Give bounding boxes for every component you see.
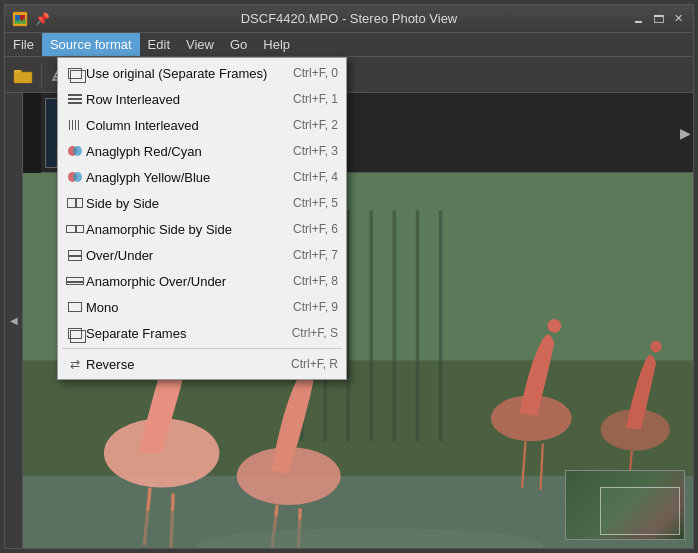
menu-use-original[interactable]: Use original (Separate Frames) Ctrl+F, 0 xyxy=(58,60,346,86)
menu-file[interactable]: File xyxy=(5,33,42,56)
anamorphic-ou-icon xyxy=(64,272,86,290)
menu-col-interleaved[interactable]: Column Interleaved Ctrl+F, 2 xyxy=(58,112,346,138)
minimap xyxy=(565,470,685,540)
svg-point-60 xyxy=(547,319,561,333)
menu-side-by-side[interactable]: Side by Side Ctrl+F, 5 xyxy=(58,190,346,216)
svg-rect-49 xyxy=(416,210,419,441)
menu-anamorphic-sbs-shortcut: Ctrl+F, 6 xyxy=(293,222,338,236)
menu-use-original-label: Use original (Separate Frames) xyxy=(86,66,277,81)
maximize-button[interactable]: 🗖 xyxy=(649,10,667,28)
anaglyph-rc-icon xyxy=(64,142,86,160)
menu-anaglyph-yb[interactable]: Anaglyph Yellow/Blue Ctrl+F, 4 xyxy=(58,164,346,190)
menu-anaglyph-yb-shortcut: Ctrl+F, 4 xyxy=(293,170,338,184)
window-controls: 🗕 🗖 ✕ xyxy=(629,10,687,28)
minimize-button[interactable]: 🗕 xyxy=(629,10,647,28)
menu-separator xyxy=(62,348,342,349)
menu-edit[interactable]: Edit xyxy=(140,33,178,56)
menu-col-interleaved-shortcut: Ctrl+F, 2 xyxy=(293,118,338,132)
menu-go[interactable]: Go xyxy=(222,33,255,56)
anamorphic-sbs-icon xyxy=(64,220,86,238)
separate-frames-icon2 xyxy=(64,324,86,342)
svg-point-64 xyxy=(650,341,662,353)
menu-row-interleaved[interactable]: Row Interleaved Ctrl+F, 1 xyxy=(58,86,346,112)
row-interleaved-icon xyxy=(64,90,86,108)
svg-rect-48 xyxy=(393,210,396,441)
menu-separate-frames-shortcut: Ctrl+F, S xyxy=(292,326,338,340)
reverse-icon: ⇄ xyxy=(64,355,86,373)
menu-ou-shortcut: Ctrl+F, 7 xyxy=(293,248,338,262)
menu-help[interactable]: Help xyxy=(255,33,298,56)
menu-reverse[interactable]: ⇄ Reverse Ctrl+F, R xyxy=(58,351,346,377)
pin-icon: 📌 xyxy=(33,10,51,28)
left-panel-toggle[interactable]: ◀ xyxy=(5,93,23,548)
menu-over-under[interactable]: Over/Under Ctrl+F, 7 xyxy=(58,242,346,268)
menubar: File Source format Edit View Go Help Use… xyxy=(5,33,693,57)
menu-source-format[interactable]: Source format xyxy=(42,33,140,56)
menu-use-original-shortcut: Ctrl+F, 0 xyxy=(293,66,338,80)
menu-row-interleaved-label: Row Interleaved xyxy=(86,92,277,107)
svg-rect-50 xyxy=(439,210,442,441)
menu-reverse-label: Reverse xyxy=(86,357,275,372)
main-window: 📌 DSCF4420.MPO - Stereo Photo View 🗕 🗖 ✕… xyxy=(4,4,694,549)
left-arrow-icon: ◀ xyxy=(10,315,18,326)
menu-anamorphic-ou[interactable]: Anamorphic Over/Under Ctrl+F, 8 xyxy=(58,268,346,294)
menu-anamorphic-sbs-label: Anamorphic Side by Side xyxy=(86,222,277,237)
ou-icon xyxy=(64,246,86,264)
menu-sbs-shortcut: Ctrl+F, 5 xyxy=(293,196,338,210)
close-button[interactable]: ✕ xyxy=(669,10,687,28)
menu-anaglyph-rc-shortcut: Ctrl+F, 3 xyxy=(293,144,338,158)
menu-anamorphic-ou-shortcut: Ctrl+F, 8 xyxy=(293,274,338,288)
menu-separate-frames-label: Separate Frames xyxy=(86,326,276,341)
menu-anaglyph-rc[interactable]: Anaglyph Red/Cyan Ctrl+F, 3 xyxy=(58,138,346,164)
sbs-icon xyxy=(64,194,86,212)
menu-col-interleaved-label: Column Interleaved xyxy=(86,118,277,133)
menu-anamorphic-ou-label: Anamorphic Over/Under xyxy=(86,274,277,289)
thumbnail-strip-right-arrow[interactable]: ▶ xyxy=(680,125,691,141)
mono-icon xyxy=(64,298,86,316)
menu-reverse-shortcut: Ctrl+F, R xyxy=(291,357,338,371)
toolbar-sep-1 xyxy=(41,63,42,87)
menu-mono-shortcut: Ctrl+F, 9 xyxy=(293,300,338,314)
menu-mono[interactable]: Mono Ctrl+F, 9 xyxy=(58,294,346,320)
menu-anaglyph-rc-label: Anaglyph Red/Cyan xyxy=(86,144,277,159)
svg-rect-4 xyxy=(14,72,32,83)
menu-sbs-label: Side by Side xyxy=(86,196,277,211)
svg-rect-47 xyxy=(370,210,373,441)
open-button[interactable] xyxy=(9,61,37,89)
titlebar-left: 📌 xyxy=(11,10,51,28)
menu-mono-label: Mono xyxy=(86,300,277,315)
anaglyph-yb-icon xyxy=(64,168,86,186)
separate-frames-icon xyxy=(64,64,86,82)
window-title: DSCF4420.MPO - Stereo Photo View xyxy=(5,11,693,26)
menu-ou-label: Over/Under xyxy=(86,248,277,263)
app-icon xyxy=(11,10,29,28)
menu-row-interleaved-shortcut: Ctrl+F, 1 xyxy=(293,92,338,106)
menu-anaglyph-yb-label: Anaglyph Yellow/Blue xyxy=(86,170,277,185)
menu-separate-frames[interactable]: Separate Frames Ctrl+F, S xyxy=(58,320,346,346)
menu-anamorphic-sbs[interactable]: Anamorphic Side by Side Ctrl+F, 6 xyxy=(58,216,346,242)
source-format-dropdown: Use original (Separate Frames) Ctrl+F, 0… xyxy=(57,57,347,380)
svg-rect-5 xyxy=(14,70,20,73)
minimap-viewport[interactable] xyxy=(600,487,680,535)
titlebar: 📌 DSCF4420.MPO - Stereo Photo View 🗕 🗖 ✕ xyxy=(5,5,693,33)
col-interleaved-icon xyxy=(64,116,86,134)
menu-view[interactable]: View xyxy=(178,33,222,56)
